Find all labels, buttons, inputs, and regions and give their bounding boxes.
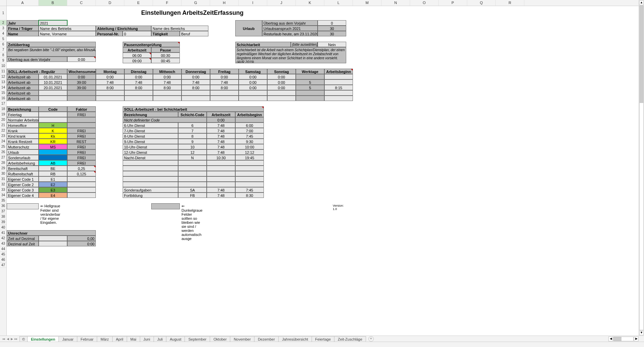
schicht-name[interactable]: 12-Uhr-Dienst bbox=[123, 149, 178, 155]
row-header-36[interactable]: 36 bbox=[0, 203, 6, 209]
schicht-az[interactable]: 7:48 bbox=[207, 128, 235, 133]
sollreg-day[interactable] bbox=[182, 96, 210, 101]
row-header-12[interactable]: 12 bbox=[0, 74, 6, 79]
code-faktor[interactable] bbox=[67, 187, 96, 193]
schicht-az[interactable]: 7:48 bbox=[207, 144, 235, 149]
schicht-code[interactable]: N bbox=[178, 155, 207, 160]
sheet-tab-Mrz[interactable]: März bbox=[97, 336, 112, 342]
pausen-arbeitszeit[interactable]: 06:00 bbox=[123, 53, 151, 58]
schicht-code[interactable] bbox=[178, 166, 207, 171]
sollreg-day[interactable]: 0:00 bbox=[239, 74, 267, 79]
add-sheet-button[interactable]: + bbox=[368, 336, 374, 342]
sheet-tab-August[interactable]: August bbox=[166, 336, 185, 342]
col-header-R[interactable]: R bbox=[496, 0, 524, 6]
row-header-21[interactable]: 21 bbox=[0, 123, 6, 128]
schicht-name[interactable]: 6-Uhr-Dienst bbox=[123, 123, 178, 128]
code-code[interactable]: RB bbox=[39, 171, 67, 176]
grid-area[interactable]: Einstellungen ArbeitsZeitErfassung Jahr … bbox=[7, 6, 639, 336]
sheet-tab-Juni[interactable]: Juni bbox=[140, 336, 154, 342]
sollreg-day[interactable]: 0:00 bbox=[239, 79, 267, 85]
row-header-20[interactable]: 20 bbox=[0, 117, 6, 123]
schicht-az[interactable]: 7:48 bbox=[207, 149, 235, 155]
row-header-44[interactable]: 44 bbox=[0, 246, 6, 252]
schicht-name[interactable] bbox=[123, 166, 178, 171]
sollreg-day[interactable]: 0:00 bbox=[210, 74, 239, 79]
col-header-M[interactable]: M bbox=[353, 0, 381, 6]
tab-first-icon[interactable]: ⏮ bbox=[2, 337, 5, 341]
sollreg-day[interactable]: 8:00 bbox=[210, 85, 239, 90]
row-header-4[interactable]: 4 bbox=[0, 31, 6, 36]
schicht-code[interactable]: 10 bbox=[178, 144, 207, 149]
row-header-23[interactable]: 23 bbox=[0, 133, 6, 139]
sollreg-day[interactable]: 0:00 bbox=[267, 85, 296, 90]
schicht-code[interactable] bbox=[178, 176, 207, 182]
tab-next-icon[interactable]: ▶ bbox=[10, 337, 13, 341]
pausen-pause[interactable]: 00:30 bbox=[151, 53, 180, 58]
schicht-az[interactable]: 7:48 bbox=[207, 187, 235, 193]
code-code[interactable]: H bbox=[39, 123, 67, 128]
row-header-41[interactable]: 41 bbox=[0, 230, 6, 236]
firma-input[interactable]: Name des Betriebs bbox=[39, 26, 96, 31]
schicht-name[interactable]: Nacht-Dienst bbox=[123, 155, 178, 160]
schicht-name[interactable]: Sonderaufgaben bbox=[123, 187, 178, 193]
schicht-code[interactable]: 12 bbox=[178, 149, 207, 155]
sollreg-day[interactable]: 0:00 bbox=[239, 85, 267, 90]
code-name[interactable]: Eigener Code 2 bbox=[7, 182, 39, 187]
code-code[interactable]: E3 bbox=[39, 187, 67, 193]
sollreg-arbeitsbeginn[interactable] bbox=[324, 96, 353, 101]
schicht-ab[interactable] bbox=[235, 166, 264, 171]
row-header-18[interactable]: 18 bbox=[0, 106, 6, 112]
sollreg-date[interactable]: 10.01.2021 bbox=[39, 79, 67, 85]
row-header-6[interactable]: 6 bbox=[0, 42, 6, 47]
col-header-P[interactable]: P bbox=[439, 0, 467, 6]
sollreg-day[interactable]: 7:48 bbox=[210, 79, 239, 85]
col-header-H[interactable]: H bbox=[210, 0, 239, 6]
schicht-az[interactable]: 7:48 bbox=[207, 123, 235, 128]
schicht-az[interactable]: 10:30 bbox=[207, 155, 235, 160]
row-header-13[interactable]: 13 bbox=[0, 79, 6, 85]
sollreg-day[interactable] bbox=[153, 90, 182, 96]
row-header-24[interactable]: 24 bbox=[0, 139, 6, 144]
row-header-19[interactable]: 19 bbox=[0, 112, 6, 117]
col-header-J[interactable]: J bbox=[267, 0, 296, 6]
col-header-F[interactable]: F bbox=[153, 0, 182, 6]
sollreg-day[interactable]: 7:48 bbox=[153, 79, 182, 85]
urlaub-value[interactable]: 0 bbox=[318, 20, 346, 26]
row-header-10[interactable]: 10 bbox=[0, 63, 6, 69]
code-name[interactable]: Eigener Code 4 bbox=[7, 193, 39, 198]
sollreg-day[interactable]: 8:00 bbox=[153, 85, 182, 90]
row-header-47[interactable]: 47 bbox=[0, 263, 6, 268]
sollreg-day[interactable]: 0:00 bbox=[96, 74, 124, 79]
schicht-ab[interactable]: 10:00 bbox=[235, 144, 264, 149]
schicht-name[interactable] bbox=[123, 160, 178, 166]
row-header-28[interactable]: 28 bbox=[0, 160, 6, 166]
col-header-Q[interactable]: Q bbox=[467, 0, 496, 6]
col-header-N[interactable]: N bbox=[381, 0, 410, 6]
row-header-8[interactable]: 8 bbox=[0, 53, 6, 58]
sheet-tab-Dezember[interactable]: Dezember bbox=[254, 336, 279, 342]
row-header-7[interactable]: 7 bbox=[0, 47, 6, 53]
schicht-ab[interactable]: 12:12 bbox=[235, 149, 264, 155]
row-header-38[interactable]: 38 bbox=[0, 214, 6, 219]
code-code[interactable]: K bbox=[39, 128, 67, 133]
tab-last-icon[interactable]: ⏭ bbox=[14, 337, 17, 341]
code-code[interactable]: U bbox=[39, 149, 67, 155]
sollreg-day[interactable] bbox=[210, 90, 239, 96]
sheet-tab-Mai[interactable]: Mai bbox=[127, 336, 140, 342]
schicht-code[interactable]: 7 bbox=[178, 128, 207, 133]
row-header-25[interactable]: 25 bbox=[0, 144, 6, 149]
sollreg-arbeitsbeginn[interactable]: 8:15 bbox=[324, 85, 353, 90]
code-code[interactable]: Kk bbox=[39, 133, 67, 139]
code-faktor[interactable] bbox=[67, 182, 96, 187]
code-code[interactable]: AB bbox=[39, 160, 67, 166]
sollreg-day[interactable]: 0:00 bbox=[182, 74, 210, 79]
sollreg-day[interactable] bbox=[124, 90, 153, 96]
scroll-down-button[interactable]: ▼ bbox=[639, 331, 644, 335]
scroll-up-button[interactable]: ▲ bbox=[639, 0, 644, 5]
row-header-29[interactable]: 29 bbox=[0, 166, 6, 171]
row-header-17[interactable]: 17 bbox=[0, 101, 6, 106]
schicht-name[interactable]: 7-Uhr-Dienst bbox=[123, 128, 178, 133]
schicht-code[interactable]: SA bbox=[178, 187, 207, 193]
name-input[interactable]: Name, Vorname bbox=[39, 31, 96, 36]
sheet-tab-September[interactable]: September bbox=[185, 336, 210, 342]
